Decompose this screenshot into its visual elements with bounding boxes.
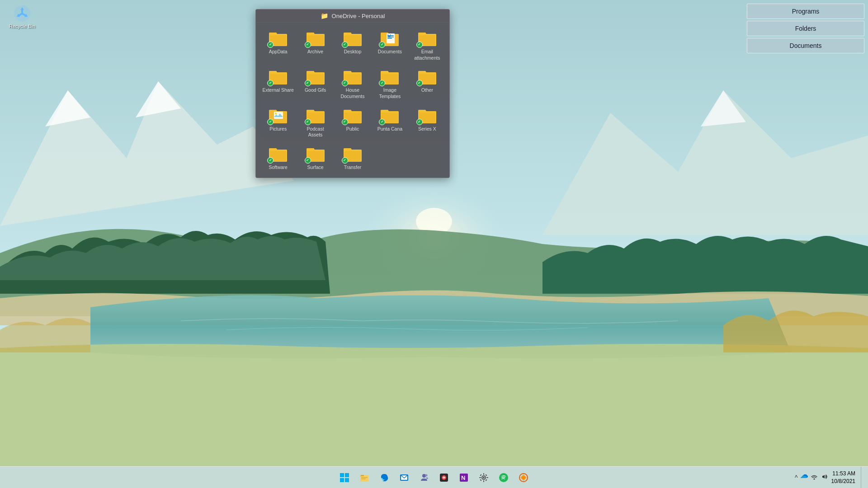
volume-icon[interactable] xyxy=(821,474,828,481)
folder-item-pictures[interactable]: Pictures xyxy=(260,104,296,141)
folder-label: Public xyxy=(346,126,359,132)
svg-point-9 xyxy=(275,113,277,114)
folder-icon xyxy=(380,68,400,85)
folder-label: House Documents xyxy=(337,87,368,99)
folder-item-external-share[interactable]: External Share xyxy=(260,66,296,102)
taskbar: N xyxy=(0,466,868,488)
clock-date: 10/8/2021 xyxy=(831,478,855,485)
outlook-taskbar[interactable] xyxy=(395,469,413,487)
window-body: AppData Archive Desktop Documents xyxy=(256,23,449,178)
folder-item-email-attachments[interactable]: Email attachments xyxy=(410,27,445,64)
folder-icon xyxy=(417,107,437,124)
folder-icon xyxy=(306,68,326,85)
sync-badge xyxy=(342,119,348,125)
folder-item-good-gifs[interactable]: Good Gifs xyxy=(297,66,333,102)
folder-icon xyxy=(343,68,363,85)
sync-badge xyxy=(342,157,348,164)
folder-item-archive[interactable]: Archive xyxy=(297,27,333,64)
folder-item-other[interactable]: Other xyxy=(410,66,445,102)
sync-badge xyxy=(305,119,311,125)
folder-label: Documents xyxy=(378,49,402,55)
folder-icon xyxy=(343,145,363,163)
taskbar-right: ^ xyxy=(795,467,864,488)
window-title: OneDrive - Personal xyxy=(332,13,385,19)
sync-badge xyxy=(416,80,423,86)
settings-taskbar[interactable] xyxy=(475,469,493,487)
show-desktop-button[interactable] xyxy=(861,467,864,488)
folder-item-house-documents[interactable]: House Documents xyxy=(335,66,370,102)
system-clock[interactable]: 11:53 AM 10/8/2021 xyxy=(831,470,855,485)
folder-label: Email attachments xyxy=(411,49,443,61)
onedrive-tray-icon[interactable] xyxy=(801,474,808,481)
svg-rect-16 xyxy=(361,479,366,479)
recycle-bin-icon[interactable]: Recycle Bin xyxy=(6,5,38,29)
folder-label: Pictures xyxy=(269,126,287,132)
folder-icon xyxy=(417,30,437,47)
folder-label: Desktop xyxy=(344,49,362,55)
teams-taskbar[interactable] xyxy=(415,469,433,487)
edge-browser-taskbar[interactable] xyxy=(375,469,393,487)
folder-item-software[interactable]: Software xyxy=(260,143,296,174)
taskbar-center: N xyxy=(335,467,533,488)
svg-point-34 xyxy=(499,473,508,482)
start-button[interactable] xyxy=(335,469,354,487)
folder-label: AppData xyxy=(269,49,288,55)
chevron-up-icon[interactable]: ^ xyxy=(795,474,798,481)
unknown-app-taskbar[interactable] xyxy=(435,469,453,487)
svg-rect-13 xyxy=(345,478,349,482)
folder-item-appdata[interactable]: AppData xyxy=(260,27,296,64)
folder-label: Surface xyxy=(307,164,324,171)
window-folder-icon: 📁 xyxy=(321,12,328,19)
documents-button[interactable]: Documents xyxy=(747,38,864,53)
folders-button[interactable]: Folders xyxy=(747,21,864,36)
sync-badge xyxy=(305,157,311,164)
onedrive-window: 📁 OneDrive - Personal AppData Archive De… xyxy=(255,9,450,178)
sync-badge xyxy=(305,42,311,48)
spotify-taskbar[interactable] xyxy=(495,469,513,487)
system-tray: ^ xyxy=(795,474,828,481)
folder-icon xyxy=(343,30,363,47)
folder-label: Punta Cana xyxy=(377,126,402,132)
svg-rect-32 xyxy=(485,474,487,476)
folder-item-desktop[interactable]: Desktop xyxy=(335,27,370,64)
onenote-taskbar[interactable]: N xyxy=(455,469,473,487)
svg-point-37 xyxy=(813,479,815,480)
folder-label: Transfer xyxy=(344,164,362,171)
sync-badge xyxy=(342,42,348,48)
wifi-icon[interactable] xyxy=(811,474,818,481)
recycle-bin-label: Recycle Bin xyxy=(9,23,35,29)
folder-icon xyxy=(268,107,288,124)
folder-item-public[interactable]: Public xyxy=(335,104,370,141)
svg-rect-10 xyxy=(340,473,344,477)
folder-item-surface[interactable]: Surface xyxy=(297,143,333,174)
svg-rect-30 xyxy=(480,474,481,476)
folder-item-podcast-assets[interactable]: Podcast Assets xyxy=(297,104,333,141)
browser2-taskbar[interactable] xyxy=(514,469,533,487)
folder-icon xyxy=(306,30,326,47)
folder-item-transfer[interactable]: Transfer xyxy=(335,143,370,174)
svg-text:N: N xyxy=(461,474,465,481)
svg-rect-15 xyxy=(361,477,368,478)
svg-rect-7 xyxy=(387,38,392,39)
folder-item-series-x[interactable]: Series X xyxy=(410,104,445,141)
svg-point-20 xyxy=(425,474,428,476)
file-explorer-taskbar[interactable] xyxy=(355,469,373,487)
svg-rect-28 xyxy=(479,477,481,478)
folder-item-documents[interactable]: Documents xyxy=(372,27,407,64)
window-titlebar[interactable]: 📁 OneDrive - Personal xyxy=(256,9,449,23)
sync-badge xyxy=(416,42,423,48)
svg-rect-33 xyxy=(485,479,487,481)
folder-item-image-templates[interactable]: Image Templates xyxy=(372,66,407,102)
programs-button[interactable]: Programs xyxy=(747,4,864,19)
right-side-buttons: Programs Folders Documents xyxy=(743,0,868,57)
folder-icon xyxy=(306,107,326,124)
folder-icon xyxy=(268,30,288,47)
folder-icon xyxy=(306,145,326,163)
clock-time: 11:53 AM xyxy=(831,470,855,478)
folder-icon xyxy=(268,145,288,163)
folder-label: Image Templates xyxy=(374,87,406,99)
folder-item-punta-cana[interactable]: Punta Cana xyxy=(372,104,407,141)
folder-label: Other xyxy=(421,87,433,94)
sync-badge xyxy=(416,119,423,125)
svg-rect-27 xyxy=(483,480,484,482)
